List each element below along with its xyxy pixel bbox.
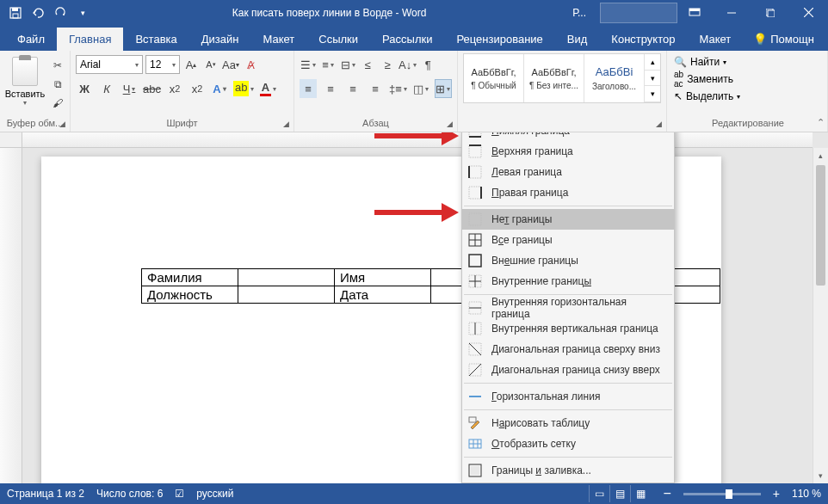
- tab-review[interactable]: Рецензирование: [444, 28, 554, 51]
- border-left-item[interactable]: Левая граница: [462, 162, 674, 182]
- tab-insert[interactable]: Вставка: [123, 28, 188, 51]
- sort-icon[interactable]: A↓: [399, 55, 417, 74]
- font-color-icon[interactable]: A: [259, 79, 276, 98]
- table-cell[interactable]: [238, 269, 335, 286]
- grow-font-icon[interactable]: A▴: [182, 55, 200, 74]
- zoom-level[interactable]: 110 %: [792, 488, 821, 500]
- redo-icon[interactable]: [50, 3, 71, 23]
- scroll-down-icon[interactable]: ▾: [813, 468, 828, 483]
- table-cell[interactable]: Дата: [335, 286, 431, 304]
- show-marks-icon[interactable]: ¶: [419, 55, 436, 74]
- zoom-out-button[interactable]: −: [663, 486, 670, 501]
- font-launcher-icon[interactable]: ◢: [280, 118, 292, 130]
- shading-icon[interactable]: ◫: [412, 79, 429, 98]
- collapse-ribbon-icon[interactable]: ⌃: [817, 117, 825, 128]
- share-button[interactable]: 👤: [825, 28, 828, 51]
- shrink-font-icon[interactable]: A▾: [202, 55, 219, 74]
- account-label[interactable]: Р...: [565, 3, 593, 23]
- tab-design[interactable]: Дизайн: [189, 28, 251, 51]
- border-all-item[interactable]: Все границы: [462, 230, 674, 250]
- superscript-icon[interactable]: x2: [188, 79, 206, 98]
- subscript-icon[interactable]: x2: [166, 79, 183, 98]
- view-gridlines-item[interactable]: Отобразить сетку: [462, 433, 674, 454]
- close-button[interactable]: [789, 0, 828, 25]
- italic-button[interactable]: К: [98, 79, 115, 98]
- vertical-ruler[interactable]: [0, 148, 22, 483]
- borders-button[interactable]: ⊞: [435, 79, 452, 98]
- zoom-slider[interactable]: [683, 493, 761, 495]
- decrease-indent-icon[interactable]: ≤: [359, 55, 376, 74]
- style-nospacing[interactable]: АаБбВвГг, ¶ Без инте...: [524, 54, 584, 102]
- horizontal-line-item[interactable]: Горизонтальная линия: [462, 386, 674, 407]
- multilevel-icon[interactable]: ⊟: [339, 55, 356, 74]
- style-heading1[interactable]: АаБбВі Заголово...: [584, 54, 645, 102]
- border-bottom-item[interactable]: ННижняя границаижняя граница: [462, 132, 674, 141]
- text-effects-icon[interactable]: A: [211, 79, 228, 98]
- language-indicator[interactable]: русский: [196, 488, 233, 500]
- print-layout-icon[interactable]: ▤: [609, 485, 630, 502]
- clear-formatting-icon[interactable]: A̷: [242, 55, 259, 74]
- underline-button[interactable]: Ч: [120, 79, 138, 98]
- tab-mailings[interactable]: Рассылки: [370, 28, 444, 51]
- change-case-icon[interactable]: Aa▾: [222, 55, 239, 74]
- increase-indent-icon[interactable]: ≥: [379, 55, 396, 74]
- align-left-icon[interactable]: ≡: [300, 79, 317, 98]
- bullets-icon[interactable]: ☰: [300, 55, 317, 74]
- vertical-scrollbar[interactable]: ▴ ▾: [813, 148, 828, 483]
- scroll-thumb[interactable]: [816, 165, 825, 286]
- page-indicator[interactable]: Страница 1 из 2: [7, 488, 84, 500]
- web-layout-icon[interactable]: ▦: [630, 485, 651, 502]
- tab-view[interactable]: Вид: [555, 28, 600, 51]
- scroll-up-icon[interactable]: ▴: [813, 148, 828, 163]
- tell-me[interactable]: 💡Помощн: [743, 28, 825, 51]
- tab-file[interactable]: Файл: [5, 28, 57, 51]
- copy-icon[interactable]: ⧉: [48, 76, 67, 93]
- table-cell[interactable]: Имя: [335, 269, 431, 286]
- tab-layout2[interactable]: Макет: [687, 28, 743, 51]
- font-size-combo[interactable]: 12▾: [145, 55, 180, 74]
- border-right-item[interactable]: Правая граница: [462, 182, 674, 203]
- find-button[interactable]: 🔍Найти▾: [674, 53, 822, 71]
- styles-launcher-icon[interactable]: ◢: [652, 118, 664, 130]
- numbering-icon[interactable]: ≡: [319, 55, 337, 74]
- ribbon-display-icon[interactable]: [684, 3, 705, 23]
- justify-icon[interactable]: ≡: [367, 79, 384, 98]
- highlight-icon[interactable]: ab: [233, 79, 254, 98]
- borders-shading-item[interactable]: Границы и заливка...: [462, 460, 674, 481]
- table-cell[interactable]: Фамилия: [142, 269, 238, 286]
- tab-home[interactable]: Главная: [57, 28, 123, 51]
- word-count[interactable]: Число слов: 6: [96, 488, 163, 500]
- bold-button[interactable]: Ж: [76, 79, 93, 98]
- border-top-item[interactable]: Верхняя граница: [462, 141, 674, 162]
- paste-button[interactable]: Вставить ▾: [5, 53, 45, 112]
- border-inside-item[interactable]: Внутренние границы: [462, 271, 674, 292]
- line-spacing-icon[interactable]: ‡≡: [389, 79, 407, 98]
- zoom-in-button[interactable]: +: [773, 487, 780, 501]
- tab-developer[interactable]: Конструктор: [599, 28, 687, 51]
- maximize-button[interactable]: [751, 0, 789, 25]
- cut-icon[interactable]: ✂: [48, 57, 67, 74]
- clipboard-launcher-icon[interactable]: ◢: [56, 118, 68, 130]
- minimize-button[interactable]: [712, 0, 751, 25]
- tab-layout[interactable]: Макет: [250, 28, 306, 51]
- border-diag-down-item[interactable]: Диагональная граница сверху вниз: [462, 339, 674, 360]
- table-cell[interactable]: [238, 286, 335, 304]
- select-button[interactable]: ↖Выделить▾: [674, 88, 822, 105]
- tab-references[interactable]: Ссылки: [306, 28, 370, 51]
- draw-table-item[interactable]: Нарисовать таблицу: [462, 413, 674, 433]
- save-icon[interactable]: [5, 3, 26, 23]
- border-none-item[interactable]: Нет границы: [462, 209, 674, 230]
- border-inside-h-item[interactable]: Внутренняя горизонтальная граница: [462, 298, 674, 318]
- replace-button[interactable]: abacЗаменить: [674, 71, 822, 88]
- border-inside-v-item[interactable]: Внутренняя вертикальная граница: [462, 318, 674, 339]
- format-painter-icon[interactable]: 🖌: [48, 95, 67, 112]
- strike-button[interactable]: abc: [143, 79, 161, 98]
- font-name-combo[interactable]: Arial▾: [76, 55, 143, 74]
- border-outside-item[interactable]: Внешние границы: [462, 250, 674, 271]
- styles-gallery-more[interactable]: ▴▾▾: [645, 54, 660, 102]
- align-center-icon[interactable]: ≡: [322, 79, 339, 98]
- border-diag-up-item[interactable]: Диагональная граница снизу вверх: [462, 360, 674, 380]
- qat-dropdown-icon[interactable]: ▾: [72, 3, 93, 23]
- paragraph-launcher-icon[interactable]: ◢: [443, 118, 455, 130]
- table-cell[interactable]: Должность: [142, 286, 238, 304]
